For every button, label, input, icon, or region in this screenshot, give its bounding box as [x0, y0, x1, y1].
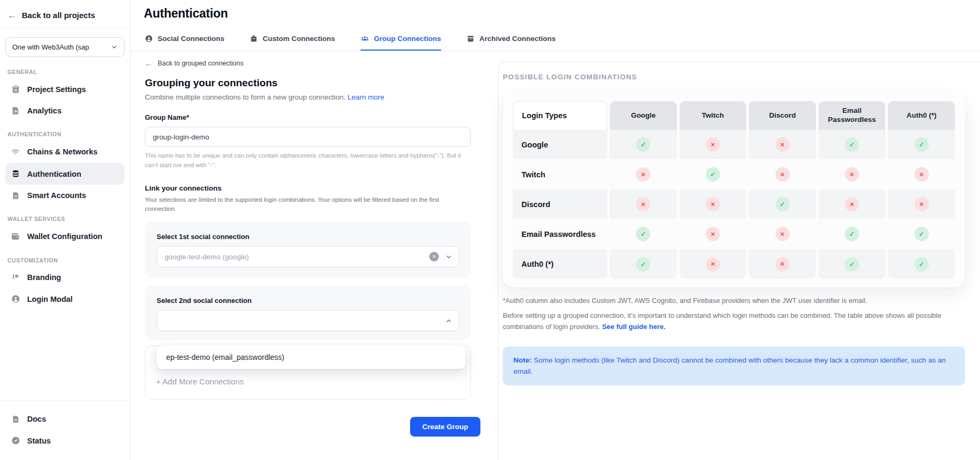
check-icon: ✓: [845, 257, 859, 272]
table-header-row: Login Types Google Twitch Discord Email …: [513, 101, 955, 130]
sidebar-item-label: Docs: [27, 415, 46, 423]
combinations-table-card: Login Types Google Twitch Discord Email …: [503, 93, 965, 288]
check-icon: ✓: [636, 257, 650, 272]
project-selector-value: One with Web3Auth (sap: [12, 43, 89, 51]
tab-archived-connections[interactable]: Archived Connections: [467, 34, 556, 51]
sidebar-item-chains-networks[interactable]: Chains & Networks: [5, 141, 125, 163]
select2-label: Select 2nd social connection: [157, 297, 459, 305]
row-label: Email Passwordless: [513, 219, 607, 249]
check-icon: ✓: [845, 227, 859, 241]
sidebar-item-branding[interactable]: Branding: [5, 267, 125, 288]
check-icon: ✓: [636, 137, 650, 152]
add-more-connections-button[interactable]: + Add More Connections: [156, 377, 244, 386]
row-label: Auth0 (*): [513, 249, 607, 279]
database-icon: [11, 169, 20, 178]
note-callout: Note: Some login methods (like Twitch an…: [503, 347, 965, 386]
cross-icon: ✕: [775, 167, 790, 182]
combinations-title: POSSIBLE LOGIN COMBINATIONS: [503, 73, 965, 81]
create-group-button[interactable]: Create Group: [410, 417, 480, 437]
sidebar-item-login-modal[interactable]: Login Modal: [5, 288, 125, 310]
user-circle-icon: [11, 294, 20, 303]
group-connection-form: ← Back to grouped connections Grouping y…: [145, 59, 471, 437]
table-row: Google✓✕✕✓✓: [513, 130, 955, 160]
cross-icon: ✕: [775, 227, 790, 241]
sidebar-item-wallet-configuration[interactable]: Wallet Configuration: [5, 225, 125, 248]
cross-icon: ✕: [914, 167, 929, 182]
sidebar-nav: GENERAL Project Settings Analytics AUTHE…: [0, 59, 130, 310]
user-circle-icon: [145, 35, 153, 43]
full-guide-link[interactable]: See full guide here.: [602, 323, 665, 331]
select1-dropdown[interactable]: google-test-demo (google) ✕: [157, 246, 459, 267]
auth0-footnote: *Auth0 column also includes Custom JWT, …: [503, 297, 965, 305]
row-label: Discord: [513, 190, 607, 219]
section-label-customization: CUSTOMIZATION: [7, 257, 123, 264]
tab-label: Social Connections: [158, 35, 224, 43]
select1-value: google-test-demo (google): [165, 253, 429, 261]
table-row: Twitch✕✓✕✕✕: [513, 160, 955, 190]
cross-icon: ✕: [845, 197, 859, 211]
login-combinations-panel: POSSIBLE LOGIN COMBINATIONS Login Types …: [498, 62, 980, 460]
learn-more-link[interactable]: Learn more: [347, 93, 384, 101]
main-content: Authentication Social Connections Custom…: [130, 0, 980, 460]
app-window: ← Back to all projects One with Web3Auth…: [0, 0, 980, 460]
group-name-input[interactable]: [145, 127, 471, 147]
back-to-grouped-connections-link[interactable]: ← Back to grouped connections: [145, 59, 471, 67]
tab-custom-connections[interactable]: Custom Connections: [250, 34, 335, 51]
table-row: Auth0 (*)✓✕✕✓✓: [513, 249, 955, 279]
cross-icon: ✕: [775, 257, 790, 272]
page-title: Authentication: [144, 6, 228, 21]
sidebar-item-label: Login Modal: [27, 295, 72, 303]
check-icon: ✓: [914, 137, 929, 152]
combinations-table: Login Types Google Twitch Discord Email …: [510, 101, 958, 279]
cross-icon: ✕: [636, 197, 650, 211]
check-icon: ✓: [914, 257, 929, 272]
row-label: Twitch: [513, 160, 607, 190]
sidebar-item-status[interactable]: Status: [5, 430, 125, 451]
chevron-up-icon: [445, 317, 452, 324]
column-header-login-types: Login Types: [513, 101, 607, 130]
sidebar-item-analytics[interactable]: Analytics: [5, 100, 125, 121]
section-label-authentication: AUTHENTICATION: [7, 131, 123, 137]
sidebar-item-project-settings[interactable]: Project Settings: [5, 78, 125, 100]
project-selector[interactable]: One with Web3Auth (sap: [5, 37, 125, 57]
dropdown-option[interactable]: ep-test-demo (email_passwordless): [157, 346, 466, 369]
tab-social-connections[interactable]: Social Connections: [145, 34, 224, 51]
row-label: Google: [513, 130, 607, 160]
tab-group-connections[interactable]: Group Connections: [361, 34, 441, 51]
sidebar-footer: Docs Status: [0, 400, 130, 460]
section-label-general: GENERAL: [7, 69, 123, 75]
clear-selection-icon[interactable]: ✕: [429, 252, 439, 261]
cross-icon: ✕: [706, 257, 720, 272]
column-header: Twitch: [680, 101, 747, 130]
combinations-description: Before setting up a grouped connection, …: [503, 310, 965, 333]
back-to-projects-link[interactable]: ← Back to all projects: [0, 0, 130, 29]
form-subheading: Combine multiple connections to form a n…: [145, 93, 471, 101]
tab-bar: Social Connections Custom Connections Gr…: [130, 34, 980, 51]
select2-dropdown[interactable]: [157, 310, 459, 331]
first-connection-card: Select 1st social connection google-test…: [145, 221, 471, 278]
archive-icon: [467, 35, 475, 43]
sidebar-item-docs[interactable]: Docs: [5, 408, 125, 430]
sidebar-item-label: Branding: [27, 273, 61, 282]
select1-label: Select 1st social connection: [157, 233, 459, 241]
back-link-label: Back to grouped connections: [158, 60, 243, 67]
cross-icon: ✕: [706, 137, 720, 152]
wifi-icon: [11, 147, 20, 157]
column-header: Email Passwordless: [819, 101, 886, 130]
sidebar-item-label: Authentication: [27, 170, 81, 178]
table-row: Discord✕✕✓✕✕: [513, 190, 955, 219]
document-icon: [11, 192, 20, 200]
sidebar-item-authentication[interactable]: Authentication: [5, 163, 125, 185]
sidebar-item-label: Smart Accounts: [27, 191, 86, 200]
cross-icon: ✕: [775, 137, 790, 152]
column-header: Discord: [749, 101, 816, 130]
chevron-down-icon: [445, 253, 452, 260]
wallet-icon: [11, 232, 20, 241]
form-actions: Create Group: [145, 417, 480, 437]
chart-icon: [11, 106, 20, 115]
check-circle-icon: [11, 436, 20, 445]
users-group-icon: [361, 35, 369, 43]
sidebar-item-smart-accounts[interactable]: Smart Accounts: [5, 185, 125, 206]
tab-label: Group Connections: [374, 35, 441, 43]
arrow-left-icon: ←: [7, 11, 17, 20]
